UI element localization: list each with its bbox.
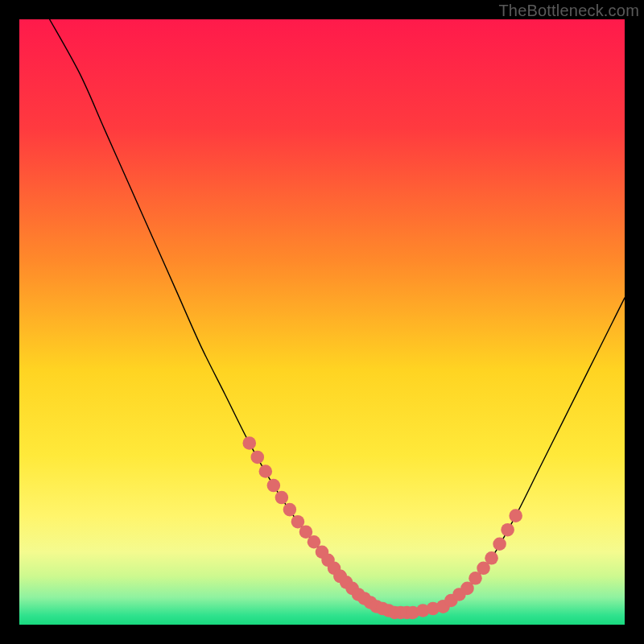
- chart-svg: [19, 19, 625, 625]
- curve-dot: [251, 451, 265, 464]
- curve-dot: [501, 523, 514, 537]
- chart-frame: TheBottleneck.com: [0, 0, 644, 644]
- curve-dot: [259, 464, 273, 478]
- curve-dot: [283, 503, 297, 517]
- chart-background-gradient: [19, 19, 625, 625]
- curve-dot: [509, 509, 522, 522]
- curve-dot: [275, 491, 289, 505]
- curve-dot: [493, 537, 506, 551]
- curve-dot: [485, 551, 498, 565]
- curve-dot: [242, 436, 256, 450]
- watermark-text: TheBottleneck.com: [498, 2, 639, 20]
- curve-dot: [267, 479, 281, 493]
- chart-plot-area: [19, 19, 625, 625]
